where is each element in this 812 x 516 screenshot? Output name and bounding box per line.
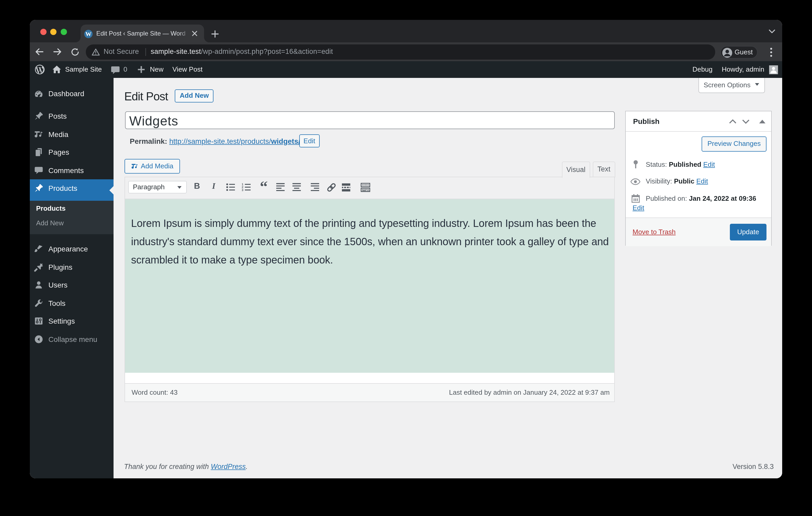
svg-text:2: 2 <box>241 186 243 189</box>
svg-text:W: W <box>85 31 91 37</box>
svg-text:3: 3 <box>241 188 243 192</box>
svg-text:1: 1 <box>241 183 243 186</box>
